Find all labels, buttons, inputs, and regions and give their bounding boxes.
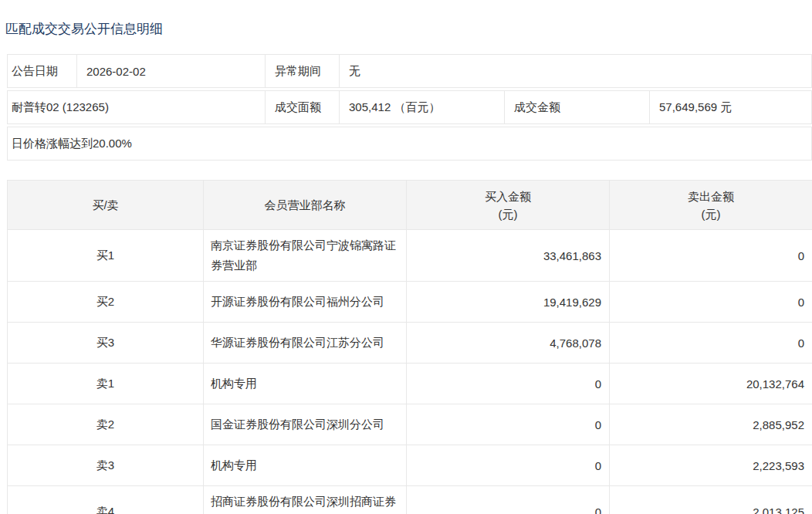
- header-side: 买/卖: [8, 181, 204, 230]
- traded-face-value: 305,412 （百元）: [339, 91, 504, 123]
- row-buy-amount: 4,768,078: [407, 323, 610, 364]
- summary-panel: 公告日期 2026-02-02 异常期间 无 耐普转02 (123265) 成交…: [7, 54, 812, 161]
- row-buy-amount: 0: [407, 364, 610, 404]
- row-side: 买3: [8, 323, 204, 364]
- summary-row-date: 公告日期 2026-02-02 异常期间 无: [7, 54, 812, 88]
- row-sell-amount: 0: [610, 282, 812, 323]
- row-side: 卖2: [8, 404, 204, 445]
- table-row: 买2 开源证券股份有限公司福州分公司 19,419,629 0: [8, 282, 812, 323]
- row-side: 卖4: [8, 486, 204, 514]
- row-branch-name: 国金证券股份有限公司深圳分公司: [204, 404, 407, 445]
- row-buy-amount: 33,461,863: [407, 230, 610, 282]
- row-side: 卖1: [8, 364, 204, 404]
- row-sell-amount: 0: [610, 230, 812, 282]
- table-row: 卖3 机构专用 0 2,223,593: [8, 445, 812, 486]
- header-branch: 会员营业部名称: [204, 181, 407, 230]
- table-row: 买3 华源证券股份有限公司江苏分公司 4,768,078 0: [8, 323, 812, 364]
- table-row: 卖4 招商证券股份有限公司深圳招商证券大厦证券营业部 0 2,013,125: [8, 486, 812, 514]
- row-branch-name: 华源证券股份有限公司江苏分公司: [204, 323, 407, 364]
- row-side: 卖3: [8, 445, 204, 486]
- header-sell-amount: 卖出金额 (元): [610, 181, 812, 230]
- traded-face-value-label: 成交面额: [265, 91, 339, 123]
- row-side: 买2: [8, 282, 204, 323]
- row-sell-amount: 20,132,764: [610, 364, 812, 404]
- header-sell-amount-line2: (元): [702, 208, 721, 221]
- page-title: 匹配成交交易公开信息明细: [5, 20, 812, 38]
- row-sell-amount: 2,013,125: [610, 486, 812, 514]
- row-sell-amount: 2,885,952: [610, 404, 812, 445]
- row-branch-name: 机构专用: [204, 364, 407, 404]
- table-header-row: 买/卖 会员营业部名称 买入金额 (元) 卖出金额 (元): [8, 181, 812, 230]
- table-row: 卖2 国金证券股份有限公司深圳分公司 0 2,885,952: [8, 404, 812, 445]
- table-row: 卖1 机构专用 0 20,132,764: [8, 364, 812, 404]
- header-buy-amount: 买入金额 (元): [407, 181, 610, 230]
- row-branch-name: 南京证券股份有限公司宁波锦寓路证券营业部: [204, 230, 407, 282]
- header-buy-amount-line1: 买入金额: [485, 190, 531, 203]
- summary-row-trigger: 日价格涨幅达到20.00%: [7, 127, 812, 161]
- trade-detail-table: 买/卖 会员营业部名称 买入金额 (元) 卖出金额 (元) 买1 南京证券股份有…: [7, 180, 812, 514]
- disclosure-page: 匹配成交交易公开信息明细 公告日期 2026-02-02 异常期间 无 耐普转0…: [0, 20, 812, 514]
- header-buy-amount-line2: (元): [499, 208, 518, 221]
- row-sell-amount: 0: [610, 323, 812, 364]
- summary-row-security: 耐普转02 (123265) 成交面额 305,412 （百元） 成交金额 57…: [7, 90, 812, 124]
- abnormal-period-label: 异常期间: [265, 55, 339, 87]
- row-branch-name: 招商证券股份有限公司深圳招商证券大厦证券营业部: [204, 486, 407, 514]
- security-name: 耐普转02 (123265): [8, 91, 265, 123]
- announcement-date-label: 公告日期: [8, 55, 76, 87]
- header-sell-amount-line1: 卖出金额: [688, 190, 734, 203]
- row-branch-name: 开源证券股份有限公司福州分公司: [204, 282, 407, 323]
- row-buy-amount: 0: [407, 404, 610, 445]
- row-buy-amount: 19,419,629: [407, 282, 610, 323]
- table-header: 买/卖 会员营业部名称 买入金额 (元) 卖出金额 (元): [8, 181, 812, 230]
- row-side: 买1: [8, 230, 204, 282]
- announcement-date-value: 2026-02-02: [76, 55, 265, 87]
- abnormal-period-value: 无: [339, 55, 811, 87]
- row-sell-amount: 2,223,593: [610, 445, 812, 486]
- row-branch-name: 机构专用: [204, 445, 407, 486]
- table-body: 买1 南京证券股份有限公司宁波锦寓路证券营业部 33,461,863 0 买2 …: [8, 230, 812, 514]
- traded-amount: 57,649,569 元: [649, 91, 811, 123]
- row-buy-amount: 0: [407, 486, 610, 514]
- table-row: 买1 南京证券股份有限公司宁波锦寓路证券营业部 33,461,863 0: [8, 230, 812, 282]
- trigger-note: 日价格涨幅达到20.00%: [8, 127, 811, 160]
- traded-amount-label: 成交金额: [504, 91, 649, 123]
- row-buy-amount: 0: [407, 445, 610, 486]
